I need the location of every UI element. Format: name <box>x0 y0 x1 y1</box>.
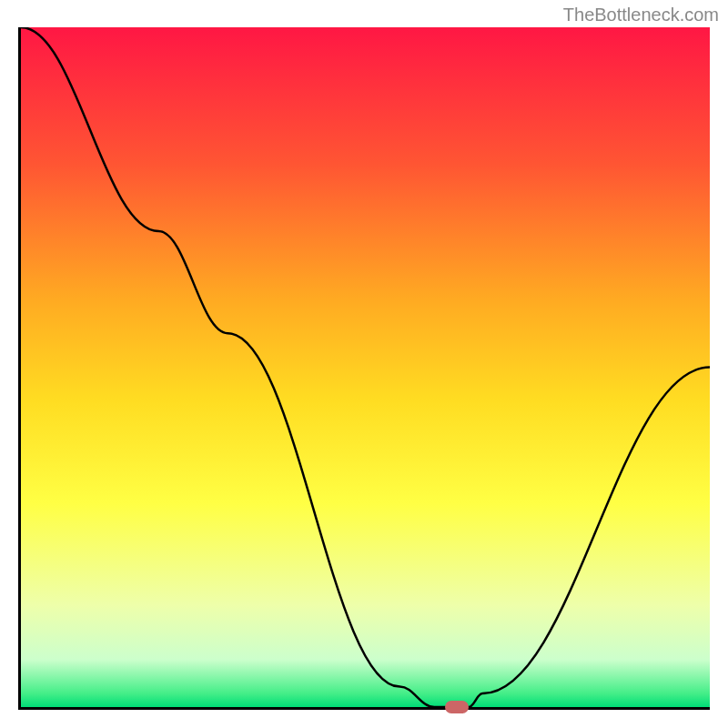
chart-area <box>21 27 710 707</box>
optimal-marker <box>445 701 469 713</box>
chart-container <box>18 27 710 710</box>
watermark-label: TheBottleneck.com <box>563 5 719 25</box>
bottleneck-curve <box>21 27 710 707</box>
